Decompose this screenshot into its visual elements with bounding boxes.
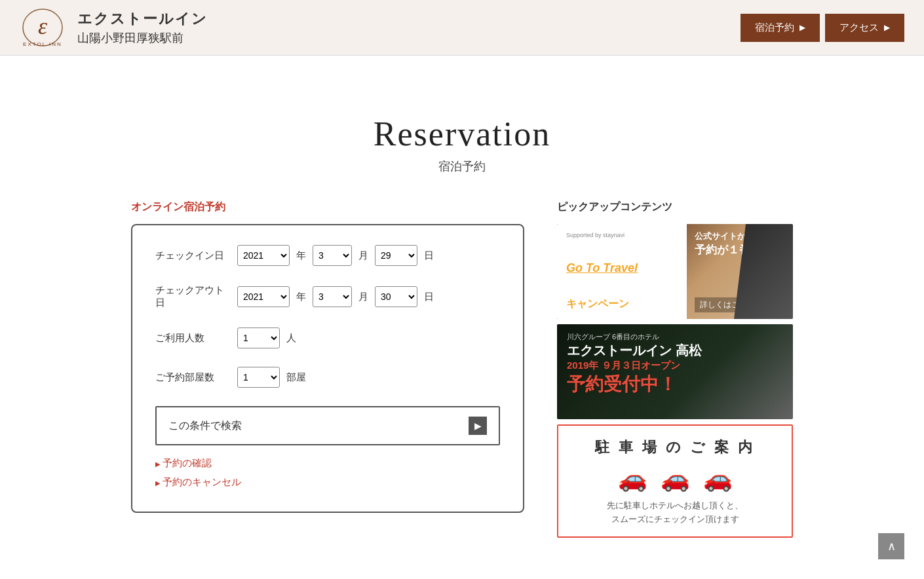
guests-unit: 人 [286, 332, 296, 345]
header-buttons: 宿泊予約 ▶ アクセス ▶ [741, 14, 904, 42]
confirm-link-item[interactable]: 予約の確認 [155, 457, 500, 470]
rooms-select[interactable]: 1 2 3 [237, 367, 280, 388]
logo-text: エクストールイン 山陽小野田厚狭駅前 [77, 9, 208, 46]
car-icon-3: 🚗 [703, 465, 733, 493]
search-arrow-icon: ▶ [469, 417, 487, 435]
banner1-left: Supported by staynavi Go To Travel キャンペー… [557, 224, 687, 319]
takamatsu-banner[interactable]: 川六グループ 6番目のホテル エクストールイン 高松 2019年 ９月３日オープ… [557, 324, 793, 419]
year-unit2: 年 [296, 291, 306, 303]
online-reservation-title: オンライン宿泊予約 [131, 200, 524, 214]
search-btn-label: この条件で検索 [168, 419, 242, 433]
hotel-name-line1: エクストールイン [77, 9, 208, 29]
goto-travel-banner[interactable]: Supported by staynavi Go To Travel キャンペー… [557, 224, 793, 319]
confirm-link[interactable]: 予約の確認 [163, 457, 212, 468]
checkout-month-select[interactable]: 123 456 789 101112 [313, 286, 352, 307]
checkout-year-select[interactable]: 2021 2022 [237, 286, 290, 307]
cancel-link[interactable]: 予約のキャンセル [163, 476, 241, 487]
kawaro-text: 川六グループ 6番目のホテル [567, 332, 783, 342]
logo-area: ε EXTOL INN エクストールイン 山陽小野田厚狭駅前 [20, 7, 208, 49]
day-unit1: 日 [424, 250, 434, 262]
checkin-label: チェックイン日 [155, 250, 231, 262]
hero-space [0, 56, 924, 115]
left-section: オンライン宿泊予約 チェックイン日 2021 2022 年 123 456 78… [131, 200, 524, 538]
guests-select[interactable]: 1 2 3 4 [237, 327, 280, 348]
page-title-en: Reservation [0, 115, 924, 153]
logo-emblem: ε EXTOL INN [20, 7, 66, 49]
svg-text:ε: ε [38, 13, 48, 39]
reservation-button[interactable]: 宿泊予約 ▶ [741, 14, 820, 42]
campaign-text: キャンペーン [566, 297, 678, 311]
car-icon-2: 🚗 [661, 465, 690, 493]
reservation-arrow-icon: ▶ [799, 23, 805, 32]
parking-banner: 駐 車 場 の ご 案 内 🚗 🚗 🚗 先に駐車しホテルへお越し頂くと、 スムー… [557, 424, 793, 538]
parking-title: 駐 車 場 の ご 案 内 [595, 438, 756, 457]
search-button[interactable]: この条件で検索 ▶ [155, 406, 500, 445]
checkin-row: チェックイン日 2021 2022 年 123 456 789 101112 月… [155, 245, 500, 266]
page-title-ja: 宿泊予約 [0, 159, 924, 174]
svg-text:EXTOL INN: EXTOL INN [23, 41, 62, 47]
open-date: 2019年 ９月３日オープン [567, 360, 783, 372]
car-icon-1: 🚗 [618, 465, 647, 493]
reservation-open-text: 予約受付中！ [567, 372, 783, 397]
rooms-label: ご予約部屋数 [155, 371, 231, 384]
access-button[interactable]: アクセス ▶ [825, 14, 904, 42]
checkout-row: チェックアウト日 2021 2022 年 123 456 789 101112 … [155, 284, 500, 309]
guests-label: ご利用人数 [155, 332, 231, 345]
checkin-day-select[interactable]: 123 456 789 101112 131415 161718 192021 … [375, 245, 417, 266]
parking-desc-line2: スムーズにチェックイン頂けます [607, 513, 743, 527]
cars-row: 🚗 🚗 🚗 [618, 465, 733, 493]
parking-desc-line1: 先に駐車しホテルへお越し頂くと、 [607, 499, 743, 513]
month-unit: 月 [358, 250, 368, 262]
cancel-link-item[interactable]: 予約のキャンセル [155, 476, 500, 489]
takamatsu-hotel-name: エクストールイン 高松 [567, 342, 783, 360]
header: ε EXTOL INN エクストールイン 山陽小野田厚狭駅前 宿泊予約 ▶ アク… [0, 0, 924, 56]
checkout-label: チェックアウト日 [155, 284, 231, 309]
rooms-unit: 部屋 [286, 371, 306, 384]
access-arrow-icon: ▶ [884, 23, 890, 32]
guests-row: ご利用人数 1 2 3 4 人 [155, 327, 500, 348]
parking-desc: 先に駐車しホテルへお越し頂くと、 スムーズにチェックイン頂けます [607, 499, 743, 527]
right-section: ピックアップコンテンツ Supported by staynavi Go To … [557, 200, 793, 538]
goto-travel-text: Go To Travel [566, 261, 678, 275]
checkin-month-select[interactable]: 123 456 789 101112 [313, 245, 352, 266]
checkout-day-select[interactable]: 123 456 789 101112 131415 161718 192021 … [375, 286, 417, 307]
year-unit: 年 [296, 250, 306, 262]
scroll-to-top-button[interactable]: ∧ [878, 533, 904, 538]
staynavi-label: Supported by staynavi [566, 232, 678, 238]
month-unit2: 月 [358, 291, 368, 303]
hotel-name-line2: 山陽小野田厚狭駅前 [77, 30, 208, 46]
reservation-links: 予約の確認 予約のキャンセル [155, 457, 500, 489]
day-unit2: 日 [424, 291, 434, 303]
rooms-row: ご予約部屋数 1 2 3 部屋 [155, 367, 500, 388]
reservation-box: チェックイン日 2021 2022 年 123 456 789 101112 月… [131, 224, 524, 513]
checkin-year-select[interactable]: 2021 2022 [237, 245, 290, 266]
page-title-section: Reservation 宿泊予約 [0, 115, 924, 174]
pickup-title: ピックアップコンテンツ [557, 200, 793, 214]
content-area: オンライン宿泊予約 チェックイン日 2021 2022 年 123 456 78… [118, 200, 806, 538]
banner2-content: 川六グループ 6番目のホテル エクストールイン 高松 2019年 ９月３日オープ… [567, 332, 783, 397]
